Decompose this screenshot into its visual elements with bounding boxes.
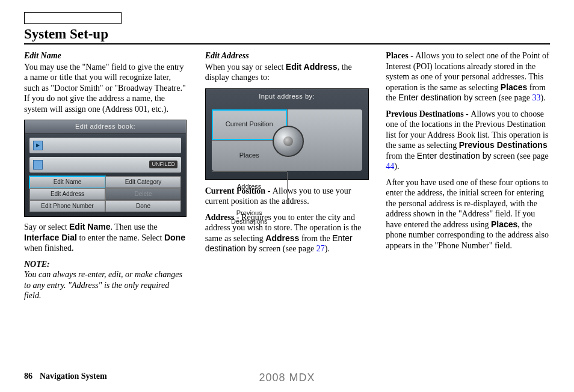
column-1: Edit Name You may use the "Name" field t… [24, 51, 188, 307]
entry-thumb-icon: ▶ [33, 141, 43, 150]
page-footer: 86 Navigation System 2008 MDX [24, 372, 550, 381]
page-title: System Set-up [24, 26, 550, 42]
edit-category-button[interactable]: Edit Category [105, 176, 181, 188]
edit-name-instruction: Say or select Edit Name. Then use the In… [24, 222, 188, 254]
address-button[interactable]: Address [212, 172, 288, 203]
edit-name-body: You may use the "Name" field to give the… [24, 62, 188, 115]
previous-dest-desc: Previous Destinations - Allows you to ch… [386, 109, 550, 172]
unfiled-tag: UNFILED [149, 161, 177, 168]
column-2: Edit Address When you say or select Edit… [205, 51, 369, 307]
edit-address-button[interactable]: Edit Address [29, 188, 105, 200]
corner-box [24, 12, 122, 24]
shot1-title: Edit address book: [25, 120, 186, 134]
summary-desc: After you have used one of these four op… [386, 177, 550, 251]
edit-address-book-screenshot: Edit address book: ▶ UNFILED Edit Name E… [24, 120, 187, 217]
edit-phone-button[interactable]: Edit Phone Number [29, 200, 105, 212]
input-panel: Current Position Places Address Previous… [212, 109, 362, 171]
page-link-27[interactable]: 27 [316, 244, 325, 253]
model-year: 2008 MDX [259, 372, 315, 384]
edit-name-heading: Edit Name [24, 51, 188, 61]
edit-address-intro: When you say or select Edit Address, the… [205, 62, 369, 83]
interface-dial-icon [273, 126, 304, 157]
page-link-44[interactable]: 44 [386, 162, 394, 171]
title-rule [24, 43, 550, 44]
footer-section: Navigation System [40, 372, 107, 381]
previous-destinations-button[interactable]: Previous Destinations [212, 203, 287, 233]
shot2-title: Input address by: [206, 89, 368, 105]
manual-page: System Set-up Edit Name You may use the … [0, 0, 574, 307]
input-address-screenshot: Input address by: Current Position Place… [205, 88, 369, 180]
entry-row: ▶ [29, 138, 181, 153]
delete-button[interactable]: Delete [105, 188, 181, 200]
edit-name-button[interactable]: Edit Name [29, 176, 105, 188]
note-body: You can always re-enter, edit, or make c… [24, 269, 188, 301]
content-columns: Edit Name You may use the "Name" field t… [24, 51, 550, 307]
column-3: Places - Allows you to select one of the… [386, 51, 550, 307]
places-desc: Places - Allows you to select one of the… [386, 51, 550, 103]
entry-row: UNFILED [29, 157, 181, 173]
entry-thumb-icon [33, 160, 43, 170]
page-number: 86 [24, 372, 32, 381]
page-link-33[interactable]: 33 [532, 93, 540, 102]
note-heading: NOTE: [24, 259, 188, 270]
done-button[interactable]: Done [105, 200, 181, 212]
edit-address-heading: Edit Address [205, 51, 369, 61]
